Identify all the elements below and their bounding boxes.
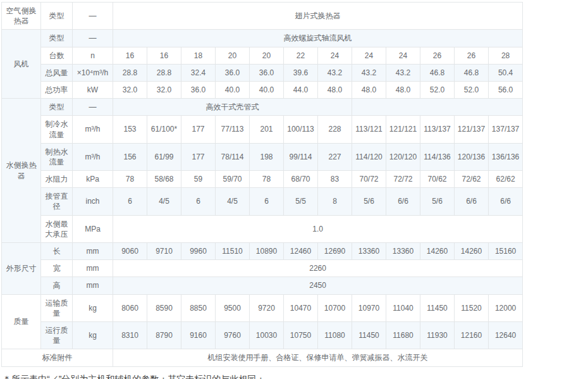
spec-value: 11510 [216, 243, 250, 260]
merged-value: 翅片式换热器 [113, 3, 523, 30]
row-unit: kg [73, 321, 113, 349]
spec-value: 4/5 [216, 188, 250, 215]
spec-value: 10890 [250, 243, 284, 260]
spec-value: 58/68 [147, 171, 181, 188]
spec-value: 72/62 [455, 171, 489, 188]
row-group-label: 外形尺寸 [2, 243, 41, 295]
spec-value: 8060 [113, 294, 147, 321]
spec-value: 9720 [250, 294, 284, 321]
spec-value: 50.4 [489, 64, 523, 81]
merged-value: 2450 [113, 277, 523, 294]
table-row: 高mm2450 [2, 277, 523, 294]
row-unit: mm [73, 277, 113, 294]
spec-value: 32.0 [113, 81, 147, 98]
spec-value: 83 [318, 171, 352, 188]
spec-value: 4/5 [147, 188, 181, 215]
row-group-label: 风机 [2, 30, 41, 99]
spec-value: 6/6 [386, 188, 420, 215]
spec-value: 10750 [284, 321, 318, 349]
spec-value: 52.0 [420, 81, 455, 98]
spec-value: 43.2 [352, 64, 386, 81]
spec-value: 48.0 [318, 81, 352, 98]
table-row: 水侧换热器类型—高效干式壳管式 [2, 99, 523, 116]
spec-value: 9760 [216, 321, 250, 349]
merged-value: 高效螺旋式轴流风机 [113, 30, 523, 47]
spec-value: 99/114 [284, 143, 318, 170]
spec-value: 14260 [455, 243, 489, 260]
table-row: 外形尺寸长mm906097109960115101089012460126901… [2, 243, 523, 260]
spec-value: 52.0 [455, 81, 489, 98]
spec-value: 39.6 [284, 64, 318, 81]
spec-value: 156 [113, 143, 147, 170]
spec-value: 6 [181, 188, 216, 215]
spec-value: 28.8 [113, 64, 147, 81]
table-row: 风机类型—高效螺旋式轴流风机 [2, 30, 523, 47]
spec-value: 12160 [455, 321, 489, 349]
spec-value: 11080 [318, 321, 352, 349]
spec-value: 78 [113, 171, 147, 188]
row-unit: MPa [73, 215, 113, 242]
spec-value: 6/6 [455, 188, 489, 215]
spec-value: 198 [250, 143, 284, 170]
spec-value: 8 [318, 188, 352, 215]
spec-value: 46.8 [420, 64, 455, 81]
empty-cell [352, 99, 523, 116]
spec-value: 78/114 [216, 143, 250, 170]
row-param-label: 类型 [41, 30, 73, 47]
spec-value: 59 [181, 171, 216, 188]
spec-value: 62/62 [489, 171, 523, 188]
row-param-label: 长 [41, 243, 73, 260]
row-unit: — [73, 30, 113, 47]
spec-value: 121/137 [455, 116, 489, 143]
spec-value: 8790 [147, 321, 181, 349]
spec-value: 24 [386, 47, 420, 64]
spec-value: 9160 [181, 321, 216, 349]
spec-value: 72/72 [386, 171, 420, 188]
spec-value: 228 [318, 116, 352, 143]
merged-value: 1.0 [113, 215, 523, 242]
row-param-label: 水侧最大承压 [41, 215, 73, 242]
row-param-label: 制冷水流量 [41, 116, 73, 143]
spec-value: 137/137 [489, 116, 523, 143]
spec-value: 48.0 [386, 81, 420, 98]
row-unit: kg [73, 294, 113, 321]
spec-value: 8850 [181, 294, 216, 321]
spec-value: 36.0 [181, 81, 216, 98]
spec-value: 201 [250, 116, 284, 143]
row-param-label: 制热水流量 [41, 143, 73, 170]
spec-value: 6 [250, 188, 284, 215]
spec-value: 9500 [216, 294, 250, 321]
table-row: 台数n161618202022242424262628 [2, 47, 523, 64]
table-row: 水侧最大承压MPa1.0 [2, 215, 523, 242]
row-unit: inch [73, 188, 113, 215]
row-param-label: 运行质量 [41, 321, 73, 349]
spec-value: 9710 [147, 243, 181, 260]
row-unit: — [73, 3, 113, 30]
table-row: 接管直径inch64/564/565/585/66/65/66/66/6 [2, 188, 523, 215]
row-param-label: 类型 [41, 99, 73, 116]
spec-value: 26 [420, 47, 455, 64]
spec-value: 14260 [420, 243, 455, 260]
spec-value: 12460 [284, 243, 318, 260]
spec-value: 24 [318, 47, 352, 64]
row-param-label: 总功率 [41, 81, 73, 98]
spec-value: 59/70 [216, 171, 250, 188]
table-row: 运行质量kg8310879091609760100301075011080114… [2, 321, 523, 349]
spec-value: 114/120 [352, 143, 386, 170]
spec-value: 10470 [284, 294, 318, 321]
spec-value: 10030 [250, 321, 284, 349]
table-row: 制热水流量m³/h15661/9917778/11419899/11422711… [2, 143, 523, 170]
spec-value: 177 [181, 143, 216, 170]
spec-value: 13360 [386, 243, 420, 260]
spec-value: 11680 [386, 321, 420, 349]
spec-value: 78 [250, 171, 284, 188]
spec-value: 8590 [147, 294, 181, 321]
spec-value: 70/72 [352, 171, 386, 188]
row-group-label: 水侧换热器 [2, 99, 41, 243]
row-unit: m³/h [73, 143, 113, 170]
row-group-label: 质量 [2, 294, 41, 349]
spec-value: 56.0 [489, 81, 523, 98]
spec-value: 46.8 [455, 64, 489, 81]
spec-table: 空气侧换热器类型—翅片式换热器风机类型—高效螺旋式轴流风机台数n16161820… [1, 2, 523, 367]
spec-value: 44.0 [284, 81, 318, 98]
